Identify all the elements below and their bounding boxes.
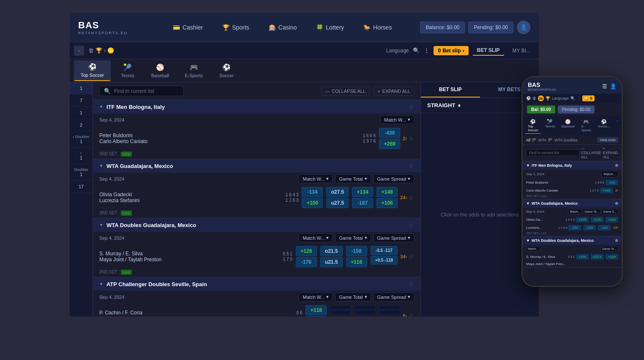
- phone-tourn-3-star[interactable]: ☆: [615, 238, 618, 243]
- sidebar-item-17[interactable]: 17: [70, 181, 93, 193]
- total-odd-3-1[interactable]: -158: [346, 246, 367, 256]
- sport-tab-esports[interactable]: 🎮 E-Sports: [178, 61, 210, 81]
- tournament-4-game-total[interactable]: Game Total▾: [335, 292, 371, 301]
- more-btn-3[interactable]: 34›: [400, 254, 407, 259]
- spread-3-1[interactable]: -0.5 -117: [371, 246, 398, 255]
- odd-3-2[interactable]: -176: [296, 257, 317, 267]
- phone-more-btn[interactable]: ⋮: [577, 96, 581, 100]
- pending-button[interactable]: Pending: $0.00: [468, 22, 513, 33]
- nav-cashier[interactable]: 💳 Cashier: [169, 22, 206, 32]
- tournament-3-header[interactable]: ▼ WTA Doubles Guadalajara, Mexico ☆: [93, 218, 420, 232]
- phone-search-btn[interactable]: 🔍: [570, 96, 575, 100]
- more-btn-2[interactable]: 24›: [400, 195, 407, 200]
- phone-expand-btn[interactable]: + EXPAND ALL: [603, 146, 618, 159]
- phone-odd-3-1[interactable]: +154: [576, 254, 589, 260]
- tournament-4-match-type[interactable]: Match W...▾: [299, 292, 333, 301]
- total-odd-2[interactable]: -187: [352, 198, 373, 208]
- phone-odd-1-2[interactable]: +149: [600, 188, 613, 193]
- sidebar-item-r[interactable]: r 1: [70, 148, 93, 164]
- odd-2-1[interactable]: -134: [302, 187, 323, 197]
- phone-tab-soccer[interactable]: ⚽ Socce...: [595, 118, 613, 134]
- nav-sports[interactable]: 🏆 Sports: [219, 22, 252, 32]
- search-input-wrap[interactable]: 🔍: [99, 86, 184, 96]
- spread-odd-1[interactable]: +148: [377, 187, 398, 197]
- tournament-2-match-type[interactable]: Match W...▾: [299, 174, 333, 183]
- phone-odd-2-1c[interactable]: +103: [606, 217, 618, 222]
- odd-4-2[interactable]: -164: [306, 316, 327, 317]
- phone-tab-baseball[interactable]: ⚾ Baseball: [559, 118, 577, 134]
- phone-tourn-2-star[interactable]: ☆: [615, 201, 618, 206]
- phone-mt-3[interactable]: Match...: [526, 246, 540, 252]
- logo[interactable]: BAS BETANYSPORTS.EU: [78, 20, 128, 35]
- odd-1-1[interactable]: -430: [379, 128, 400, 138]
- total-3-2[interactable]: u21.5: [320, 257, 343, 267]
- phone-user-icon[interactable]: 👤: [610, 83, 617, 89]
- phone-more-2[interactable]: 16›: [613, 226, 618, 230]
- phone-collapse-btn[interactable]: — COLLAPSE ALL: [581, 146, 601, 159]
- total-odd-3-2[interactable]: +116: [346, 257, 367, 267]
- phone-menu-icon[interactable]: ☰: [602, 83, 607, 89]
- phone-tab-esports[interactable]: 🎮 E-Sports: [579, 118, 594, 134]
- bet-slip-button[interactable]: 0 Bet slip ›: [434, 46, 468, 55]
- phone-odd-2-1[interactable]: +109: [576, 217, 589, 222]
- nav-lottery[interactable]: 🍀 Lottery: [313, 22, 347, 32]
- phone-bet-slip-btn[interactable]: 🔔 0: [582, 95, 595, 101]
- tournament-1-header[interactable]: ▼ ITF Men Bologna, Italy ☆: [93, 100, 420, 114]
- spread-3-2[interactable]: +0.5 -118: [371, 256, 398, 265]
- rp-bet-slip-tab[interactable]: BET SLIP: [421, 82, 480, 97]
- phone-balance-button[interactable]: Bal: $0.00: [527, 106, 555, 114]
- search-icon[interactable]: 🔍: [413, 47, 420, 54]
- more-btn-4[interactable]: 6›: [403, 313, 407, 317]
- phone-subnav-wta-doubles[interactable]: WTA Doubles: [554, 138, 577, 142]
- phone-subnav-all[interactable]: All: [526, 138, 530, 142]
- nav-casino[interactable]: 🎰 Casino: [265, 22, 300, 32]
- balance-button[interactable]: Balance: $0.00: [420, 22, 465, 33]
- phone-search-input[interactable]: [526, 149, 579, 156]
- bet-slip-tab[interactable]: BET SLIP: [473, 46, 504, 56]
- sidebar-item-1[interactable]: 1: [70, 82, 93, 95]
- tournament-3-game-spread[interactable]: Game Spread▾: [374, 233, 414, 242]
- left-arrow-button[interactable]: ‹: [74, 46, 84, 56]
- my-bets-tab[interactable]: MY BI...: [508, 46, 535, 55]
- sidebar-item-doubles-1[interactable]: r Doubles 1: [70, 131, 93, 148]
- phone-tab-top-soccer[interactable]: ⚽ Top Soccer: [525, 118, 541, 134]
- phone-odd-2-2b[interactable]: -158: [583, 225, 596, 230]
- total-label-2[interactable]: u27.5: [326, 198, 349, 208]
- sidebar-item-2[interactable]: 1: [70, 107, 93, 119]
- tournament-3-star[interactable]: ☆: [409, 222, 414, 228]
- tournament-2-star[interactable]: ☆: [409, 162, 414, 169]
- phone-odd-2-2[interactable]: -150: [568, 225, 581, 230]
- tournament-4-game-spread[interactable]: Game Spread▾: [374, 292, 414, 301]
- phone-tourn-1-header[interactable]: ▼ ITF Men Bologna, Italy ☆: [523, 161, 622, 170]
- nav-horses[interactable]: 🐎 Horses: [360, 22, 395, 32]
- tournament-2-header[interactable]: ▼ WTA Guadalajara, Mexico ☆: [93, 159, 420, 173]
- tournament-2-game-total[interactable]: Game Total▾: [335, 174, 371, 183]
- star-match-3[interactable]: ☆: [409, 253, 414, 260]
- phone-odd-3-1b[interactable]: o22.5: [591, 254, 603, 260]
- tournament-4-star[interactable]: ☆: [409, 281, 414, 287]
- tournament-3-match-type[interactable]: Match W...▾: [299, 233, 333, 242]
- user-icon[interactable]: 👤: [517, 21, 530, 34]
- odd-3-1[interactable]: +126: [296, 246, 317, 256]
- sport-tab-top-soccer[interactable]: ⚽ Top Soccer: [74, 60, 111, 81]
- phone-odd-2-1b[interactable]: +115: [591, 217, 603, 222]
- collapse-all-button[interactable]: — COLLAPSE ALL: [321, 87, 369, 96]
- odd-2-2[interactable]: +100: [302, 198, 323, 208]
- tournament-1-star[interactable]: ☆: [409, 103, 414, 110]
- sport-tab-baseball[interactable]: ⚾ Baseball: [145, 61, 176, 81]
- total-3-1[interactable]: o21.5: [320, 246, 343, 256]
- phone-odd-2-2c[interactable]: -141: [598, 225, 611, 230]
- expand-all-button[interactable]: + EXPAND ALL: [374, 87, 414, 96]
- tournament-3-game-total[interactable]: Game Total▾: [335, 233, 371, 242]
- tournament-1-match-type[interactable]: Match W... ▾: [380, 115, 414, 124]
- phone-odd-3-1c[interactable]: +128: [606, 254, 618, 260]
- star-match-1[interactable]: ☆: [409, 135, 414, 142]
- sidebar-item-3[interactable]: 2: [70, 119, 93, 131]
- more-btn-1[interactable]: 2›: [403, 136, 407, 141]
- total-odd-1[interactable]: +134: [352, 187, 373, 197]
- sidebar-item-7[interactable]: 7: [70, 95, 93, 107]
- tournament-2-game-spread[interactable]: Game Spread▾: [374, 174, 414, 183]
- star-match-2[interactable]: ☆: [409, 194, 414, 201]
- star-match-4[interactable]: ☆: [409, 312, 414, 317]
- phone-more-1[interactable]: 2›: [615, 189, 618, 192]
